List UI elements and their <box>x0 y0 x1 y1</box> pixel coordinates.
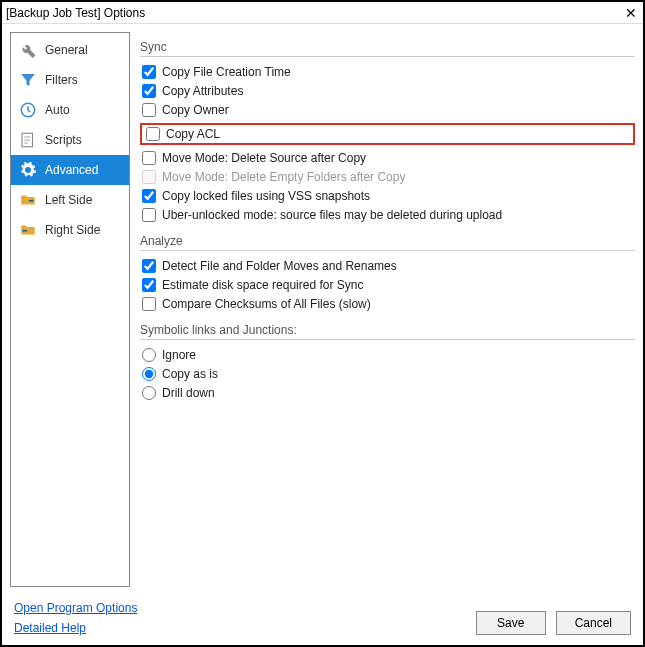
sidebar-item-scripts[interactable]: Scripts <box>11 125 129 155</box>
copy-acl-checkbox[interactable]: Copy ACL <box>146 127 220 141</box>
footer-buttons: Save Cancel <box>476 611 631 635</box>
clock-icon <box>19 101 37 119</box>
wrench-icon <box>19 41 37 59</box>
compare-checksums-checkbox[interactable]: Compare Checksums of All Files (slow) <box>140 296 635 312</box>
sidebar-item-label: Left Side <box>45 193 92 207</box>
analyze-header: Analyze <box>140 232 635 251</box>
uber-unlocked-checkbox[interactable]: Uber-unlocked mode: source files may be … <box>140 207 635 223</box>
footer-links: Open Program Options Detailed Help <box>14 601 137 635</box>
sidebar-item-label: General <box>45 43 88 57</box>
move-mode-checkbox[interactable]: Move Mode: Delete Source after Copy <box>140 150 635 166</box>
cancel-button[interactable]: Cancel <box>556 611 631 635</box>
sidebar-item-label: Auto <box>45 103 70 117</box>
checkbox-input[interactable] <box>142 208 156 222</box>
gear-icon <box>19 161 37 179</box>
checkbox-input[interactable] <box>142 84 156 98</box>
advanced-panel: Sync Copy File Creation Time Copy Attrib… <box>140 32 635 587</box>
window-title: [Backup Job Test] Options <box>6 6 145 20</box>
copy-owner-checkbox[interactable]: Copy Owner <box>140 102 635 118</box>
checkbox-input[interactable] <box>142 278 156 292</box>
copy-acl-highlight: Copy ACL <box>140 123 635 145</box>
symlinks-ignore-radio[interactable]: Ignore <box>140 347 635 363</box>
script-icon <box>19 131 37 149</box>
titlebar: [Backup Job Test] Options ✕ <box>2 2 643 24</box>
detect-moves-checkbox[interactable]: Detect File and Folder Moves and Renames <box>140 258 635 274</box>
checkbox-input[interactable] <box>142 151 156 165</box>
checkbox-label: Copy locked files using VSS snapshots <box>162 189 370 203</box>
dialog-footer: Open Program Options Detailed Help Save … <box>2 595 643 645</box>
sidebar-item-label: Right Side <box>45 223 100 237</box>
folder-arrow-left-icon <box>19 221 37 239</box>
radio-label: Drill down <box>162 386 215 400</box>
checkbox-label: Estimate disk space required for Sync <box>162 278 363 292</box>
dialog-window: [Backup Job Test] Options ✕ General Filt… <box>0 0 645 647</box>
sidebar-item-right-side[interactable]: Right Side <box>11 215 129 245</box>
save-button[interactable]: Save <box>476 611 546 635</box>
close-icon[interactable]: ✕ <box>623 5 639 21</box>
sidebar-item-filters[interactable]: Filters <box>11 65 129 95</box>
symlinks-copy-radio[interactable]: Copy as is <box>140 366 635 382</box>
radio-label: Copy as is <box>162 367 218 381</box>
checkbox-label: Copy File Creation Time <box>162 65 291 79</box>
checkbox-label: Detect File and Folder Moves and Renames <box>162 259 397 273</box>
checkbox-input[interactable] <box>142 259 156 273</box>
sidebar-item-label: Filters <box>45 73 78 87</box>
sidebar: General Filters Auto Scripts Advanced Le… <box>10 32 130 587</box>
checkbox-input[interactable] <box>146 127 160 141</box>
move-mode-empty-checkbox: Move Mode: Delete Empty Folders after Co… <box>140 169 635 185</box>
symlinks-header: Symbolic links and Junctions: <box>140 321 635 340</box>
vss-checkbox[interactable]: Copy locked files using VSS snapshots <box>140 188 635 204</box>
checkbox-label: Copy ACL <box>166 127 220 141</box>
radio-input[interactable] <box>142 348 156 362</box>
radio-input[interactable] <box>142 367 156 381</box>
checkbox-input[interactable] <box>142 65 156 79</box>
checkbox-input <box>142 170 156 184</box>
checkbox-label: Uber-unlocked mode: source files may be … <box>162 208 502 222</box>
sidebar-item-auto[interactable]: Auto <box>11 95 129 125</box>
checkbox-label: Compare Checksums of All Files (slow) <box>162 297 371 311</box>
symlinks-drill-radio[interactable]: Drill down <box>140 385 635 401</box>
sidebar-item-label: Advanced <box>45 163 98 177</box>
checkbox-input[interactable] <box>142 189 156 203</box>
estimate-space-checkbox[interactable]: Estimate disk space required for Sync <box>140 277 635 293</box>
radio-input[interactable] <box>142 386 156 400</box>
sync-header: Sync <box>140 38 635 57</box>
checkbox-label: Move Mode: Delete Empty Folders after Co… <box>162 170 405 184</box>
radio-label: Ignore <box>162 348 196 362</box>
copy-attributes-checkbox[interactable]: Copy Attributes <box>140 83 635 99</box>
checkbox-label: Copy Owner <box>162 103 229 117</box>
checkbox-input[interactable] <box>142 103 156 117</box>
dialog-body: General Filters Auto Scripts Advanced Le… <box>2 24 643 595</box>
checkbox-label: Copy Attributes <box>162 84 243 98</box>
sidebar-item-advanced[interactable]: Advanced <box>11 155 129 185</box>
folder-arrow-right-icon <box>19 191 37 209</box>
detailed-help-link[interactable]: Detailed Help <box>14 621 137 635</box>
sidebar-item-general[interactable]: General <box>11 35 129 65</box>
open-program-options-link[interactable]: Open Program Options <box>14 601 137 615</box>
sidebar-item-label: Scripts <box>45 133 82 147</box>
funnel-icon <box>19 71 37 89</box>
sidebar-item-left-side[interactable]: Left Side <box>11 185 129 215</box>
checkbox-label: Move Mode: Delete Source after Copy <box>162 151 366 165</box>
checkbox-input[interactable] <box>142 297 156 311</box>
copy-file-creation-time-checkbox[interactable]: Copy File Creation Time <box>140 64 635 80</box>
